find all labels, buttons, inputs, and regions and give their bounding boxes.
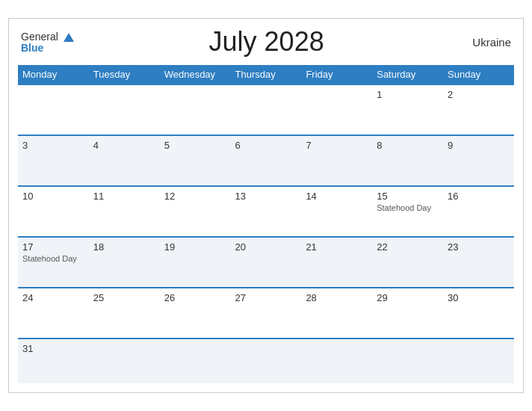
day-number: 2 xyxy=(448,89,510,100)
calendar-cell: 10 xyxy=(18,186,89,237)
header-saturday: Saturday xyxy=(372,65,443,84)
calendar-row-3: 101112131415Statehood Day16 xyxy=(18,186,514,237)
calendar-cell: 22 xyxy=(372,237,443,288)
calendar-cell: 31 xyxy=(18,339,89,383)
calendar-cell: 21 xyxy=(301,237,372,288)
day-number: 19 xyxy=(164,241,226,253)
calendar-cell: 25 xyxy=(89,288,160,339)
calendar-cell: 27 xyxy=(231,288,302,339)
day-number: 15 xyxy=(377,191,439,202)
day-number: 8 xyxy=(377,140,439,151)
calendar-row-1: 12 xyxy=(18,84,514,135)
day-number: 29 xyxy=(377,292,439,303)
logo-triangle-icon xyxy=(64,33,74,42)
calendar-cell xyxy=(160,84,231,135)
day-number: 1 xyxy=(377,89,439,100)
day-number: 17 xyxy=(22,241,84,253)
calendar-cell xyxy=(372,339,443,383)
day-number: 9 xyxy=(448,140,510,151)
day-number: 12 xyxy=(164,191,226,202)
calendar-row-6: 31 xyxy=(18,339,514,383)
day-number: 6 xyxy=(235,140,297,151)
calendar-cell: 2 xyxy=(443,84,514,135)
calendar-cell: 16 xyxy=(443,186,514,237)
calendar-row-5: 24252627282930 xyxy=(18,288,514,339)
logo-general: General xyxy=(21,31,74,43)
day-number: 20 xyxy=(235,241,297,253)
calendar-cell: 7 xyxy=(301,135,372,186)
calendar-cell xyxy=(18,84,89,135)
calendar-row-4: 17Statehood Day181920212223 xyxy=(18,237,514,288)
calendar-cell: 30 xyxy=(443,288,514,339)
day-number: 18 xyxy=(93,241,155,253)
day-number: 13 xyxy=(235,191,297,202)
calendar-cell: 29 xyxy=(372,288,443,339)
day-number: 22 xyxy=(377,241,439,253)
day-number: 24 xyxy=(22,292,84,303)
country-label: Ukraine xyxy=(459,36,511,49)
calendar-cell: 15Statehood Day xyxy=(372,186,443,237)
day-number: 30 xyxy=(448,292,510,303)
calendar-cell: 12 xyxy=(160,186,231,237)
calendar-header: General Blue July 2028 Ukraine xyxy=(18,26,514,58)
day-number: 7 xyxy=(306,140,368,151)
day-number: 16 xyxy=(448,191,510,202)
calendar-cell: 9 xyxy=(443,135,514,186)
header-sunday: Sunday xyxy=(443,65,514,84)
calendar-cell: 5 xyxy=(160,135,231,186)
calendar-container: General Blue July 2028 Ukraine Monday Tu… xyxy=(8,18,524,393)
day-number: 28 xyxy=(306,292,368,303)
day-number: 26 xyxy=(164,292,226,303)
day-event: Statehood Day xyxy=(377,203,439,212)
day-number: 25 xyxy=(93,292,155,303)
logo-general-text: General xyxy=(21,31,58,43)
day-number: 27 xyxy=(235,292,297,303)
calendar-cell xyxy=(231,339,302,383)
calendar-title: July 2028 xyxy=(74,26,459,58)
calendar-grid: Monday Tuesday Wednesday Thursday Friday… xyxy=(18,65,514,383)
day-event: Statehood Day xyxy=(22,254,84,263)
calendar-cell: 4 xyxy=(89,135,160,186)
day-number: 4 xyxy=(93,140,155,151)
calendar-cell: 26 xyxy=(160,288,231,339)
day-number: 23 xyxy=(448,241,510,253)
calendar-cell: 14 xyxy=(301,186,372,237)
calendar-cell: 1 xyxy=(372,84,443,135)
calendar-cell: 24 xyxy=(18,288,89,339)
calendar-cell: 23 xyxy=(443,237,514,288)
header-thursday: Thursday xyxy=(231,65,302,84)
header-wednesday: Wednesday xyxy=(160,65,231,84)
calendar-cell xyxy=(443,339,514,383)
calendar-cell xyxy=(89,339,160,383)
logo: General Blue xyxy=(21,31,74,53)
calendar-row-2: 3456789 xyxy=(18,135,514,186)
calendar-cell: 8 xyxy=(372,135,443,186)
header-tuesday: Tuesday xyxy=(89,65,160,84)
calendar-cell: 11 xyxy=(89,186,160,237)
calendar-cell: 13 xyxy=(231,186,302,237)
calendar-cell xyxy=(301,339,372,383)
calendar-cell: 3 xyxy=(18,135,89,186)
header-friday: Friday xyxy=(301,65,372,84)
day-number: 10 xyxy=(22,191,84,202)
logo-blue-text: Blue xyxy=(21,43,74,53)
calendar-cell: 17Statehood Day xyxy=(18,237,89,288)
calendar-cell: 18 xyxy=(89,237,160,288)
day-number: 11 xyxy=(93,191,155,202)
calendar-cell: 28 xyxy=(301,288,372,339)
calendar-cell: 6 xyxy=(231,135,302,186)
calendar-cell: 19 xyxy=(160,237,231,288)
calendar-cell xyxy=(231,84,302,135)
day-number: 5 xyxy=(164,140,226,151)
day-number: 14 xyxy=(306,191,368,202)
calendar-cell xyxy=(160,339,231,383)
calendar-cell xyxy=(301,84,372,135)
calendar-cell xyxy=(89,84,160,135)
day-number: 31 xyxy=(22,343,84,354)
day-number: 3 xyxy=(22,140,84,151)
day-number: 21 xyxy=(306,241,368,253)
header-monday: Monday xyxy=(18,65,89,84)
calendar-cell: 20 xyxy=(231,237,302,288)
weekday-header-row: Monday Tuesday Wednesday Thursday Friday… xyxy=(18,65,514,84)
